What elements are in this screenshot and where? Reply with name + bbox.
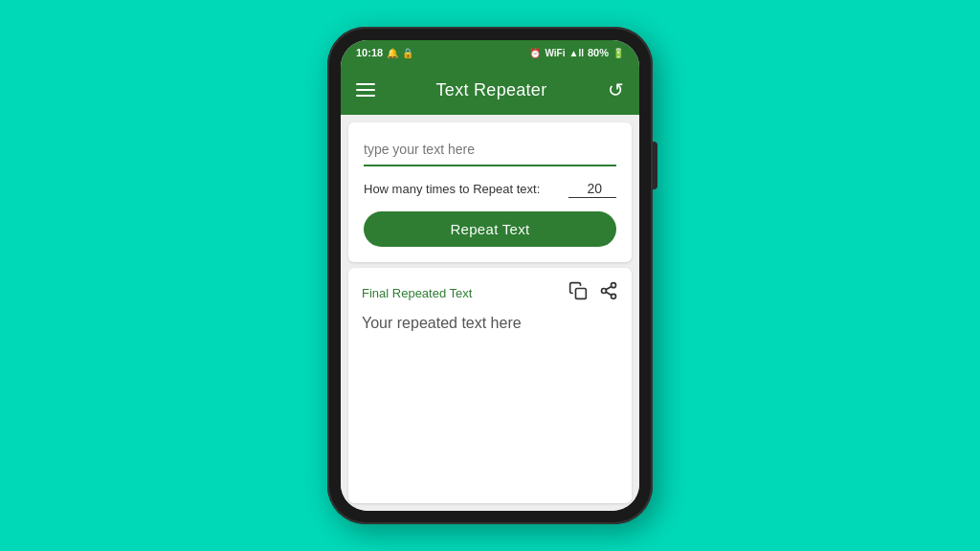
count-input[interactable] — [568, 181, 616, 196]
output-card: Final Repeated Text — [348, 268, 632, 503]
battery-icon: 🔋 — [612, 48, 624, 58]
output-header: Final Repeated Text — [362, 281, 618, 305]
text-input-wrapper — [364, 138, 616, 166]
phone-wrapper: 10:18 🔔 🔒 ⏰ WiFi ▲ll 80% 🔋 — [327, 27, 653, 524]
refresh-button[interactable]: ↺ — [608, 78, 624, 101]
status-bar: 10:18 🔔 🔒 ⏰ WiFi ▲ll 80% 🔋 — [341, 40, 639, 65]
output-actions — [568, 281, 618, 305]
battery-percent: 80% — [588, 47, 609, 58]
status-bar-left: 10:18 🔔 🔒 — [356, 47, 413, 58]
phone-frame: 10:18 🔔 🔒 ⏰ WiFi ▲ll 80% 🔋 — [327, 27, 653, 524]
share-icon[interactable] — [599, 281, 618, 305]
input-card: How many times to Repeat text: Repeat Te… — [348, 122, 632, 262]
lock-icon: 🔒 — [402, 48, 413, 58]
output-label: Final Repeated Text — [362, 286, 472, 300]
power-button — [653, 142, 657, 189]
menu-button[interactable] — [356, 83, 375, 97]
phone-screen: 10:18 🔔 🔒 ⏰ WiFi ▲ll 80% 🔋 — [341, 40, 639, 511]
notification-icon: 🔔 — [387, 48, 398, 58]
repeat-button[interactable]: Repeat Text — [364, 211, 616, 247]
app-title: Text Repeater — [436, 80, 547, 100]
svg-line-5 — [606, 286, 612, 289]
signal-icon: ▲ll — [569, 48, 584, 58]
app-bar: Text Repeater ↺ — [341, 65, 639, 115]
status-time: 10:18 — [356, 47, 383, 58]
repeat-count-row: How many times to Repeat text: — [364, 180, 616, 198]
repeat-label: How many times to Repeat text: — [364, 182, 540, 196]
output-text: Your repeated text here — [362, 315, 618, 332]
text-input[interactable] — [364, 138, 616, 161]
copy-icon[interactable] — [568, 281, 588, 305]
svg-rect-0 — [576, 289, 587, 299]
wifi-icon: WiFi — [545, 48, 565, 58]
count-input-wrapper — [568, 180, 616, 198]
status-bar-right: ⏰ WiFi ▲ll 80% 🔋 — [529, 47, 624, 58]
main-content: How many times to Repeat text: Repeat Te… — [341, 115, 639, 511]
alarm-icon: ⏰ — [529, 48, 541, 58]
svg-line-4 — [606, 292, 612, 295]
